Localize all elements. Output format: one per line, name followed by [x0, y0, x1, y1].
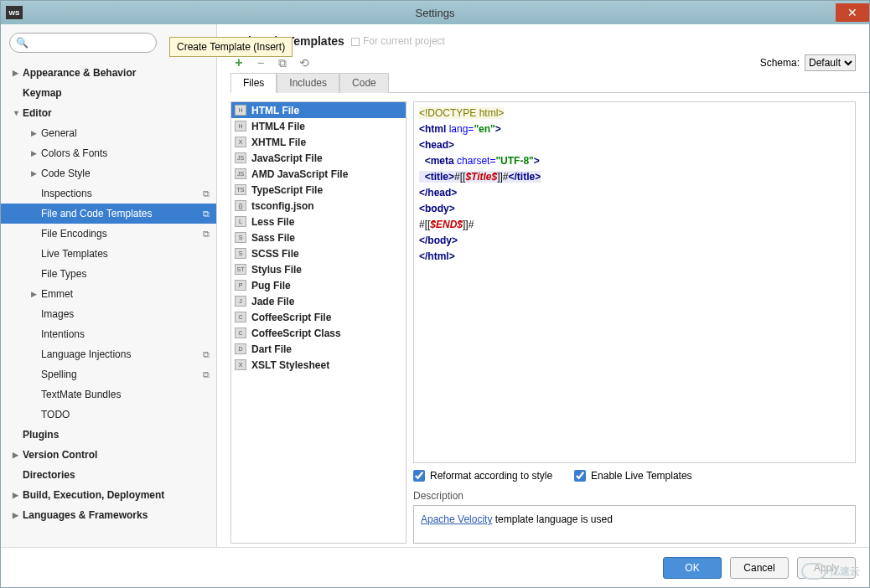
- file-html4-file[interactable]: HHTML4 File: [231, 118, 406, 134]
- for-current-project: For current project: [351, 35, 445, 47]
- template-file-list[interactable]: HHTML FileHHTML4 FileXXHTML FileJSJavaSc…: [230, 101, 407, 544]
- schema-label: Schema:: [760, 57, 800, 69]
- file-amd-javascript-file[interactable]: JSAMD JavaScript File: [231, 166, 406, 182]
- tree-item-images[interactable]: Images: [1, 304, 216, 324]
- enable-live-templates-checkbox[interactable]: Enable Live Templates: [574, 470, 692, 482]
- tree-item-emmet[interactable]: ▶Emmet: [1, 284, 216, 304]
- tree-item-keymap[interactable]: Keymap: [1, 83, 216, 103]
- copy-template-button[interactable]: ⧉: [274, 54, 291, 71]
- file-type-icon: TS: [235, 184, 246, 195]
- watermark: 亿速云: [801, 563, 860, 580]
- file-javascript-file[interactable]: JSJavaScript File: [231, 150, 406, 166]
- tree-item-languages-frameworks[interactable]: ▶Languages & Frameworks: [1, 505, 216, 525]
- file-coffeescript-file[interactable]: CCoffeeScript File: [231, 309, 406, 325]
- schema-select[interactable]: Default: [805, 54, 856, 71]
- file-type-icon: X: [235, 359, 246, 370]
- tree-item-spelling[interactable]: Spelling⧉: [1, 364, 216, 384]
- titlebar: WS Settings ✕: [1, 1, 869, 24]
- file-xslt-stylesheet[interactable]: XXSLT Stylesheet: [231, 357, 406, 373]
- tree-item-language-injections[interactable]: Language Injections⧉: [1, 344, 216, 364]
- tab-includes[interactable]: Includes: [277, 73, 339, 93]
- file-type-icon: D: [235, 343, 246, 354]
- file-pug-file[interactable]: PPug File: [231, 277, 406, 293]
- file-typescript-file[interactable]: TSTypeScript File: [231, 182, 406, 198]
- settings-sidebar: 🔍 ▶Appearance & BehaviorKeymap▼Editor▶Ge…: [1, 24, 217, 547]
- tree-item-version-control[interactable]: ▶Version Control: [1, 445, 216, 465]
- file-stylus-file[interactable]: STStylus File: [231, 261, 406, 277]
- velocity-link[interactable]: Apache Velocity: [421, 513, 492, 525]
- tree-item-intentions[interactable]: Intentions: [1, 324, 216, 344]
- file-type-icon: H: [235, 121, 246, 132]
- file-type-icon: H: [235, 105, 246, 116]
- file-type-icon: X: [235, 137, 246, 147]
- tree-item-file-encodings[interactable]: File Encodings⧉: [1, 224, 216, 244]
- tab-code[interactable]: Code: [339, 73, 389, 93]
- file-type-icon: C: [235, 312, 246, 322]
- ok-button[interactable]: OK: [663, 557, 722, 579]
- tree-item-directories[interactable]: Directories: [1, 465, 216, 485]
- template-editor[interactable]: <!DOCTYPE html> <html lang="en"> <head> …: [413, 101, 856, 463]
- tree-item-build-execution-deployment[interactable]: ▶Build, Execution, Deployment: [1, 485, 216, 505]
- tree-item-live-templates[interactable]: Live Templates: [1, 244, 216, 264]
- tooltip-create-template: Create Template (Insert): [169, 37, 293, 57]
- description-box: Apache Velocity template language is use…: [413, 505, 856, 544]
- tree-item-inspections[interactable]: Inspections⧉: [1, 183, 216, 204]
- description-label: Description: [413, 488, 856, 505]
- cancel-button[interactable]: Cancel: [730, 557, 789, 579]
- file-type-icon: S: [235, 248, 246, 259]
- main-panel: and Code Templates For current project +…: [217, 24, 869, 547]
- tree-item-todo[interactable]: TODO: [1, 405, 216, 425]
- file-type-icon: ST: [235, 264, 246, 275]
- tree-item-code-style[interactable]: ▶Code Style: [1, 163, 216, 183]
- tree-item-general[interactable]: ▶General: [1, 123, 216, 143]
- file-type-icon: P: [235, 280, 246, 291]
- file-sass-file[interactable]: SSass File: [231, 230, 406, 245]
- settings-tree[interactable]: ▶Appearance & BehaviorKeymap▼Editor▶Gene…: [1, 58, 216, 547]
- tab-files[interactable]: Files: [230, 73, 277, 93]
- file-tsconfig-json[interactable]: {}tsconfig.json: [231, 198, 406, 214]
- file-less-file[interactable]: LLess File: [231, 214, 406, 230]
- template-tabs: FilesIncludesCode: [230, 73, 869, 93]
- file-xhtml-file[interactable]: XXHTML File: [231, 134, 406, 150]
- file-type-icon: {}: [235, 200, 246, 211]
- tree-item-plugins[interactable]: Plugins: [1, 425, 216, 445]
- tree-item-textmate-bundles[interactable]: TextMate Bundles: [1, 384, 216, 405]
- template-toolbar: + − ⧉ ⟲ Schema: Default: [217, 51, 869, 71]
- file-dart-file[interactable]: DDart File: [231, 341, 406, 357]
- search-icon: 🔍: [16, 37, 28, 49]
- revert-template-button[interactable]: ⟲: [296, 54, 313, 71]
- file-type-icon: J: [235, 296, 246, 307]
- file-type-icon: C: [235, 328, 246, 338]
- dialog-footer: OK Cancel Apply: [1, 547, 869, 587]
- file-type-icon: JS: [235, 152, 246, 163]
- remove-template-button[interactable]: −: [252, 54, 269, 71]
- file-type-icon: L: [235, 216, 246, 227]
- tree-item-editor[interactable]: ▼Editor: [1, 103, 216, 123]
- add-template-button[interactable]: +: [230, 54, 247, 71]
- file-jade-file[interactable]: JJade File: [231, 293, 406, 309]
- search-input[interactable]: [9, 33, 157, 53]
- file-type-icon: S: [235, 232, 246, 243]
- tree-item-file-and-code-templates[interactable]: File and Code Templates⧉: [1, 204, 216, 224]
- file-coffeescript-class[interactable]: CCoffeeScript Class: [231, 325, 406, 341]
- file-type-icon: JS: [235, 168, 246, 179]
- tree-item-appearance-behavior[interactable]: ▶Appearance & Behavior: [1, 63, 216, 83]
- file-scss-file[interactable]: SSCSS File: [231, 245, 406, 261]
- reformat-checkbox[interactable]: Reformat according to style: [413, 470, 552, 482]
- file-html-file[interactable]: HHTML File: [231, 102, 406, 118]
- window-title: Settings: [1, 7, 869, 19]
- tree-item-file-types[interactable]: File Types: [1, 264, 216, 284]
- tree-item-colors-fonts[interactable]: ▶Colors & Fonts: [1, 143, 216, 163]
